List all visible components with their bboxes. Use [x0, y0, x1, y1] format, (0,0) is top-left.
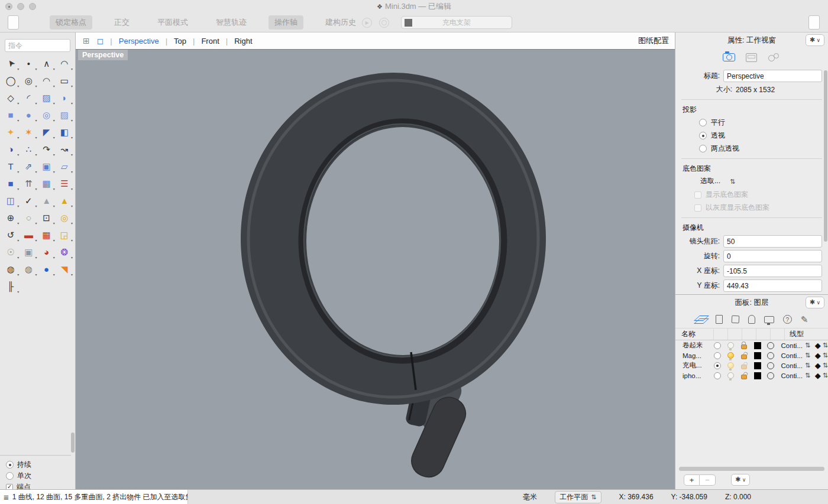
layer-print-color[interactable]: [815, 341, 828, 350]
help-icon[interactable]: [783, 315, 792, 324]
hamburger-icon[interactable]: ≡: [4, 492, 9, 502]
units-label[interactable]: 毫米: [523, 492, 537, 502]
sphere-wireframe-icon[interactable]: ◍: [2, 262, 20, 275]
camera-tab-icon[interactable]: [723, 53, 735, 61]
tab-right[interactable]: Right: [234, 37, 252, 45]
layer-visibility-bulb-icon[interactable]: [727, 352, 734, 359]
layer-linetype[interactable]: Conti...: [781, 372, 811, 379]
radio-icon[interactable]: [6, 461, 14, 469]
pyramid-icon[interactable]: ▲: [56, 194, 73, 207]
left-sidebar-toggle-icon[interactable]: [8, 15, 19, 30]
viewport-title-badge[interactable]: Perspective: [78, 50, 128, 60]
y-coordinate-input[interactable]: [723, 279, 822, 292]
tab-top[interactable]: Top: [174, 37, 186, 45]
patch-surface-icon[interactable]: ▨: [56, 108, 73, 121]
wallpaper-select[interactable]: 选取...: [700, 176, 828, 186]
projection-parallel[interactable]: 平行: [699, 118, 828, 128]
layer-color-swatch[interactable]: [754, 342, 761, 349]
rectangular-array-icon[interactable]: ▦: [38, 177, 56, 190]
remove-layer-button[interactable]: −: [700, 474, 716, 486]
record-icon[interactable]: [379, 18, 389, 28]
explode-icon[interactable]: ✶: [20, 125, 37, 138]
viewport-tab-icon[interactable]: [746, 53, 757, 62]
single-view-layout-icon[interactable]: ◻: [97, 36, 104, 45]
color-wheel-icon[interactable]: ❂: [56, 245, 73, 258]
viewport-title-input[interactable]: [723, 70, 822, 82]
undo-view-icon[interactable]: ↺: [2, 228, 20, 241]
notes-page-icon[interactable]: [716, 315, 723, 324]
lamp-icon[interactable]: ☉: [2, 245, 20, 258]
curved-surface-icon[interactable]: ◗: [56, 91, 73, 104]
toolbar-button-smarttrack[interactable]: 智慧轨迹: [210, 15, 253, 30]
zoom-extents-icon[interactable]: ⊡: [38, 211, 56, 224]
link-tab-icon[interactable]: [768, 53, 781, 61]
sidebar-scrollbar[interactable]: [71, 433, 75, 453]
solid-box-icon[interactable]: ■: [2, 177, 20, 190]
layer-visibility-bulb-icon[interactable]: [727, 362, 734, 369]
layer-material-icon[interactable]: [767, 342, 774, 349]
layer-linetype[interactable]: Conti...: [781, 362, 811, 369]
toolbar-button-gumball[interactable]: 操作轴: [269, 15, 303, 30]
car-icon[interactable]: ▬: [20, 228, 37, 241]
boolean-union-icon[interactable]: ◑: [2, 142, 20, 155]
layer-color-swatch[interactable]: [754, 372, 761, 379]
ellipse-icon[interactable]: ◎: [20, 74, 37, 87]
fillet-curve-icon[interactable]: ◜: [20, 91, 37, 104]
cone-cylinder-icon[interactable]: ▲: [38, 194, 56, 207]
layer-print-color[interactable]: [815, 361, 828, 370]
command-input[interactable]: [5, 39, 70, 52]
spheres-icon[interactable]: ●: [20, 108, 37, 121]
snap-option-endpoint[interactable]: 端点: [6, 482, 71, 489]
circle-icon[interactable]: ◯: [2, 74, 20, 87]
projection-perspective[interactable]: 透视: [699, 131, 828, 141]
zoom-in-icon[interactable]: ⊕: [2, 211, 20, 224]
layer-lock-icon[interactable]: [741, 365, 747, 369]
current-layer-radio[interactable]: [714, 342, 721, 349]
annotate-pen-icon[interactable]: [801, 314, 808, 325]
layer-material-icon[interactable]: [767, 352, 774, 359]
box-icon[interactable]: ■: [2, 108, 20, 121]
snap-option-single[interactable]: 单次: [6, 470, 71, 482]
zoom-window-icon[interactable]: ◌: [20, 211, 37, 224]
layers-footer-gear-button[interactable]: [731, 474, 750, 486]
radio-icon[interactable]: [699, 119, 707, 126]
display-monitor-icon[interactable]: [764, 316, 774, 323]
toolbar-button-planar[interactable]: 平面模式: [151, 15, 194, 30]
projection-two-point[interactable]: 两点透视: [699, 144, 828, 154]
layer-material-icon[interactable]: [767, 362, 774, 369]
rotate-mirror-icon[interactable]: ▱: [56, 160, 73, 173]
toolbar-button-grid-snap[interactable]: 锁定格点: [50, 15, 92, 30]
extend-curve-icon[interactable]: ↝: [56, 142, 73, 155]
linear-array-icon[interactable]: ☰: [56, 177, 73, 190]
cplane-select[interactable]: 工作平面: [555, 491, 601, 503]
toolbar-button-history[interactable]: 建构历史: [319, 15, 362, 30]
hierarchy-tree-icon[interactable]: ╟: [2, 279, 20, 292]
zoom-target-icon[interactable]: ◎: [56, 211, 73, 224]
split-icon[interactable]: ◧: [56, 125, 73, 138]
layer-linetype[interactable]: Conti...: [781, 352, 811, 359]
curve-control-points-icon[interactable]: ∧: [38, 57, 56, 70]
point-cloud-icon[interactable]: ∴: [20, 142, 37, 155]
toolbar-button-ortho[interactable]: 正交: [108, 15, 135, 30]
blocks-cube-icon[interactable]: [731, 316, 739, 324]
lens-length-input[interactable]: [723, 235, 822, 248]
surface-from-points-icon[interactable]: ▨: [38, 91, 56, 104]
sphere-gridded-icon[interactable]: ◍: [20, 262, 37, 275]
layer-visibility-bulb-icon[interactable]: [727, 342, 734, 349]
cone-orange-icon[interactable]: ◥: [56, 262, 73, 275]
text-icon[interactable]: T: [2, 160, 20, 173]
macro-scroll-icon[interactable]: [748, 315, 755, 324]
layers-gear-button[interactable]: [806, 297, 824, 308]
add-layer-button[interactable]: +: [684, 474, 700, 486]
layer-lock-icon[interactable]: [741, 344, 747, 349]
current-layer-radio[interactable]: [714, 362, 721, 369]
lock-icon[interactable]: ▣: [20, 245, 37, 258]
material-pie-icon[interactable]: ◕: [38, 245, 56, 258]
progress-control[interactable]: 充电支架: [401, 16, 512, 29]
tab-front[interactable]: Front: [201, 37, 219, 45]
block-instances-icon[interactable]: ▣: [38, 160, 56, 173]
curve-through-points-icon[interactable]: ◠: [56, 57, 73, 70]
radio-icon[interactable]: [6, 472, 14, 480]
check-icon[interactable]: ✓: [20, 194, 37, 207]
layout-shapes-icon[interactable]: ◲: [56, 228, 73, 241]
